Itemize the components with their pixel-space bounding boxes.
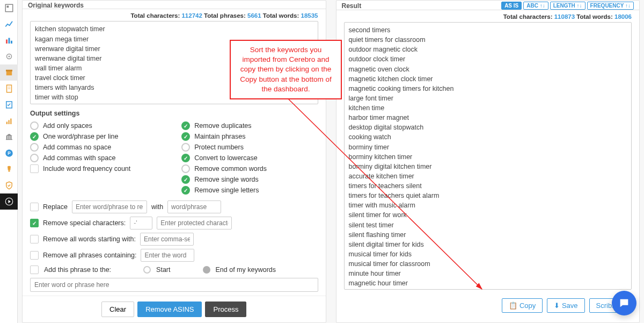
clear-button[interactable]: Clear	[101, 302, 134, 317]
sidebar-gear[interactable]	[0, 48, 18, 64]
keyword-line: silent test timer	[349, 220, 627, 230]
setting-checkbox[interactable]	[181, 154, 190, 162]
output-settings-label: Output settings	[23, 107, 326, 119]
add-phrase-checkbox[interactable]	[30, 265, 39, 274]
remove-containing-row: Remove all phrases containing:	[23, 247, 326, 263]
output-settings: Add only spacesOne word/phrase per lineA…	[23, 119, 326, 199]
setting-checkbox[interactable]	[181, 164, 190, 173]
svg-rect-0	[5, 4, 13, 12]
result-panel: Result AS IS ABC ↑↓ LENGTH ↑↓ FREQUENCY …	[336, 0, 640, 323]
sidebar-shield[interactable]	[0, 177, 18, 193]
sidebar-lamp[interactable]	[0, 161, 18, 177]
setting-row: Protect numbers	[181, 143, 318, 152]
remove-starting-checkbox[interactable]	[30, 235, 39, 243]
setting-checkbox[interactable]	[181, 132, 190, 141]
replace-from-input[interactable]	[72, 200, 147, 213]
keyword-line: magnetic hour timer	[349, 278, 627, 288]
setting-row: Add commas no space	[30, 143, 166, 152]
sidebar-file[interactable]	[0, 81, 18, 97]
setting-label: Add commas with space	[43, 154, 115, 162]
remove-asins-button[interactable]: Remove ASINS	[137, 302, 202, 317]
keyword-line: timers for teachers silent	[349, 181, 627, 191]
keyword-line: accurate kitchen timer	[349, 171, 627, 181]
add-phrase-input[interactable]	[30, 278, 318, 292]
keyword-line: magnetic kitchen clock timer	[349, 74, 627, 84]
sort-freq[interactable]: FREQUENCY ↑↓	[587, 2, 634, 10]
replace-checkbox[interactable]	[30, 203, 39, 211]
save-button[interactable]: ⬇ Save	[547, 298, 584, 313]
keyword-line: loud timers for hearing impaired	[349, 288, 627, 290]
svg-rect-7	[6, 71, 12, 75]
start-radio[interactable]	[143, 266, 151, 274]
sidebar-play[interactable]	[0, 193, 18, 210]
remove-starting-row: Remove all words starting with:	[23, 231, 326, 247]
process-button[interactable]: Process	[205, 302, 246, 317]
keyword-line: borminy kitchen timer	[349, 152, 627, 162]
special-chars-input[interactable]	[130, 217, 152, 229]
remove-special-checkbox[interactable]	[30, 219, 39, 227]
copy-button[interactable]: 📋 Copy	[502, 298, 543, 313]
setting-checkbox[interactable]	[181, 186, 190, 195]
chat-bubble[interactable]	[612, 291, 636, 315]
sort-asis[interactable]: AS IS	[501, 2, 522, 10]
setting-row: Include word frequency count	[30, 164, 166, 173]
end-radio[interactable]	[203, 266, 210, 274]
setting-label: Remove single words	[194, 176, 259, 183]
svg-marker-25	[8, 200, 11, 203]
sort-abc[interactable]: ABC ↑↓	[523, 2, 548, 10]
svg-rect-23	[8, 170, 10, 172]
remove-starting-input[interactable]	[140, 233, 194, 246]
svg-rect-20	[6, 139, 12, 140]
setting-checkbox[interactable]	[181, 175, 190, 184]
sidebar-graph[interactable]	[0, 113, 18, 129]
keyword-line: timer with long ring	[35, 102, 313, 104]
keyword-line: large font timer	[349, 94, 627, 103]
sidebar-checklist[interactable]	[0, 97, 18, 113]
setting-checkbox[interactable]	[181, 121, 190, 130]
sidebar-p-badge[interactable]: P	[0, 145, 18, 161]
setting-row: Remove duplicates	[181, 121, 318, 130]
setting-row: One word/phrase per line	[30, 132, 166, 141]
setting-checkbox[interactable]	[30, 164, 39, 173]
result-actions: 📋 Copy ⬇ Save Scribbles	[336, 295, 640, 318]
svg-rect-19	[10, 136, 11, 139]
setting-label: Include word frequency count	[43, 165, 130, 173]
sidebar-bars[interactable]	[0, 32, 18, 48]
keyword-line: minute hour timer	[349, 269, 627, 278]
setting-checkbox[interactable]	[30, 143, 39, 152]
setting-label: Protect numbers	[194, 143, 244, 151]
keyword-line: magnetic cooking timers for kitchen	[349, 84, 627, 94]
left-panel-title: Original keywords	[23, 1, 326, 9]
keyword-line: quiet timers for classroom	[349, 35, 627, 45]
sidebar-trend[interactable]	[0, 16, 18, 32]
setting-checkbox[interactable]	[30, 132, 39, 141]
keyword-line: desktop digital stopwatch	[349, 123, 627, 132]
setting-row: Remove single words	[181, 175, 318, 184]
setting-checkbox[interactable]	[30, 121, 39, 130]
setting-row: Convert to lowercase	[181, 154, 318, 162]
replace-row: Replace with	[23, 199, 326, 215]
setting-label: Maintain phrases	[194, 133, 245, 140]
remove-containing-input[interactable]	[141, 249, 194, 262]
sidebar-dashboard[interactable]	[0, 0, 18, 16]
svg-rect-4	[11, 41, 12, 44]
protected-chars-input[interactable]	[157, 217, 232, 229]
keyword-line: cooking watch	[349, 132, 627, 142]
right-panel-title: Result AS IS ABC ↑↓ LENGTH ↑↓ FREQUENCY …	[336, 1, 640, 10]
svg-point-6	[8, 56, 10, 58]
keyword-line: silent timer for work	[349, 210, 627, 220]
keyword-line: silent digital timer for kids	[349, 240, 627, 249]
sort-length[interactable]: LENGTH ↑↓	[550, 2, 586, 10]
keyword-line: kitchen time	[349, 103, 627, 113]
setting-label: Convert to lowercase	[194, 154, 257, 162]
sidebar-box[interactable]	[0, 64, 18, 81]
setting-row: Add only spaces	[30, 121, 166, 130]
setting-checkbox[interactable]	[181, 143, 190, 152]
remove-containing-checkbox[interactable]	[30, 251, 39, 260]
setting-checkbox[interactable]	[30, 154, 39, 162]
replace-to-input[interactable]	[167, 200, 221, 213]
svg-rect-1	[6, 6, 9, 8]
sidebar-bank[interactable]	[0, 129, 18, 145]
result-keywords-textarea[interactable]: second timersquiet timers for classroomo…	[344, 22, 632, 290]
setting-row: Remove common words	[181, 164, 318, 173]
